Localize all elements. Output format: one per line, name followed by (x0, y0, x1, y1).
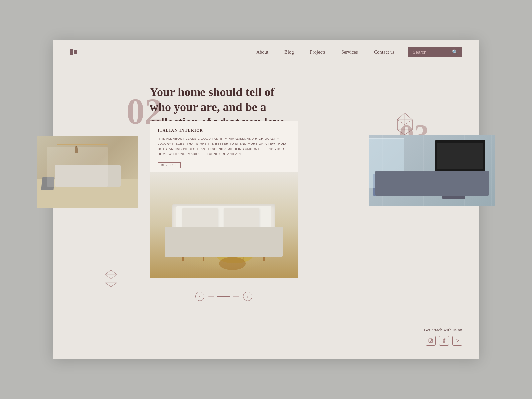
nav-projects[interactable]: Projects (310, 50, 326, 55)
more-link[interactable]: MORE INFO (158, 162, 181, 168)
svg-point-14 (432, 339, 432, 340)
logo (70, 49, 77, 55)
svg-marker-0 (397, 113, 412, 135)
svg-marker-15 (456, 339, 459, 343)
dot-2[interactable] (217, 296, 230, 297)
social-area: Get attach with us on (424, 328, 462, 346)
pendant-bottom-left (103, 269, 119, 323)
svg-rect-12 (429, 339, 433, 343)
search-icon: 🔍 (452, 49, 458, 55)
logo-icon (70, 49, 77, 55)
svg-marker-1 (397, 113, 412, 125)
card-image (150, 172, 298, 278)
navbar: About Blog Projects Services Contact us … (53, 40, 479, 64)
nav-services[interactable]: Services (341, 50, 358, 55)
card-text: Italian Interior IT IS ALL ABOUT CLASSIC… (150, 121, 298, 172)
slider-prev[interactable]: ‹ (195, 292, 204, 301)
instagram-button[interactable] (426, 336, 436, 346)
svg-point-13 (430, 340, 432, 342)
nav-links: About Blog Projects Services Contact us (256, 49, 395, 55)
left-interior-image (37, 136, 138, 208)
svg-marker-2 (397, 120, 412, 135)
page-wrapper: About Blog Projects Services Contact us … (53, 40, 479, 359)
nav-blog[interactable]: Blog (284, 50, 294, 55)
nav-contact[interactable]: Contact us (374, 50, 395, 55)
dot-1[interactable] (208, 296, 214, 297)
social-label: Get attach with us on (424, 328, 462, 332)
nav-about[interactable]: About (256, 50, 268, 55)
search-input[interactable] (413, 50, 449, 55)
slider-nav: ‹ › (150, 292, 298, 301)
right-interior-image (369, 135, 495, 206)
dot-3[interactable] (233, 296, 239, 297)
slider-next[interactable]: › (243, 292, 252, 301)
card-title: Italian Interior (158, 128, 290, 133)
social-icons (426, 336, 462, 346)
main-content: 02 Your home should tell of who your are… (53, 70, 479, 359)
pendant-top-right (394, 68, 416, 138)
card-body: IT IS ALL ABOUT CLASSIC GOOD TASTE, MINI… (158, 136, 290, 157)
slider-dots (208, 296, 239, 297)
facebook-button[interactable] (439, 336, 449, 346)
center-card: Italian Interior IT IS ALL ABOUT CLASSIC… (150, 121, 298, 278)
youtube-button[interactable] (452, 336, 462, 346)
search-box[interactable]: 🔍 (408, 47, 462, 57)
